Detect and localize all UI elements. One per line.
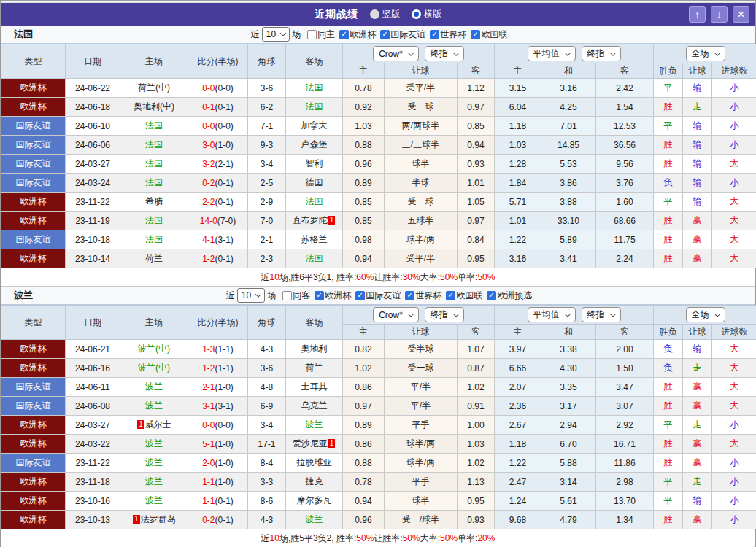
bookmaker-select[interactable]: Crow* xyxy=(373,46,419,61)
result-wdl-cell: 胜 xyxy=(654,249,683,268)
home-team-cell: 奥地利(中) xyxy=(120,98,188,117)
handicap-line-cell: 平/半 xyxy=(385,378,458,397)
result-handicap-cell: 赢 xyxy=(683,378,712,397)
summary-segment: 30% xyxy=(403,272,420,282)
result-goals-cell: 小 xyxy=(712,117,756,136)
league-checkbox[interactable]: ✓欧国联 xyxy=(471,28,507,41)
average-stage-select[interactable]: 终指 xyxy=(582,307,621,322)
score-cell: 0-1(0-1) xyxy=(188,98,248,117)
league-checkbox[interactable]: ✓欧洲预选 xyxy=(487,290,532,302)
league-checkbox[interactable]: ✓欧国联 xyxy=(446,290,482,302)
league-checkbox[interactable]: ✓国际友谊 xyxy=(380,28,425,41)
corners-cell: 7-1 xyxy=(248,117,286,136)
match-date-cell: 24-06-16 xyxy=(66,359,120,378)
result-handicap-cell: 输 xyxy=(683,340,712,359)
match-count-select[interactable]: 10 xyxy=(262,27,290,42)
score-cell: 0-2(0-1) xyxy=(188,174,248,193)
avg-home-odds-cell: 1.03 xyxy=(495,136,541,155)
table-row: 国际友谊 23-10-18 法国 4-1(3-1) 2-1 苏格兰 0.98 球… xyxy=(1,230,756,249)
match-type-cell: 国际友谊 xyxy=(1,454,66,473)
layout-vertical-label: 竖版 xyxy=(382,8,400,20)
home-team-name: 波兰(中) xyxy=(138,362,170,373)
handicap-line-cell: 受一球 xyxy=(385,359,458,378)
home-team-cell: 法国 xyxy=(120,230,188,249)
average-select[interactable]: 平均值 xyxy=(528,307,576,322)
match-type-cell: 国际友谊 xyxy=(1,230,66,249)
same-venue-checkbox[interactable]: 同主 xyxy=(307,28,335,41)
recent-label: 近 xyxy=(226,290,235,302)
avg-draw-odds-cell: 2.94 xyxy=(541,416,596,435)
home-team-name: 波兰 xyxy=(145,381,163,392)
fulltime-select[interactable]: 全场 xyxy=(686,307,725,322)
avg-draw-odds-cell: 3.17 xyxy=(541,397,596,416)
chevron-down-icon xyxy=(564,50,570,55)
odds-home-cell: 1.03 xyxy=(343,117,385,136)
layout-horizontal-radio[interactable]: 横版 xyxy=(412,8,441,20)
odds-stage-select[interactable]: 终指 xyxy=(425,307,464,322)
match-type-cell: 国际友谊 xyxy=(1,117,66,136)
odds-away-cell: 1.02 xyxy=(458,378,495,397)
close-button[interactable]: × xyxy=(733,6,749,23)
average-stage-select[interactable]: 终指 xyxy=(582,46,621,61)
result-handicap-cell: 输 xyxy=(683,136,712,155)
home-team-name: 波兰 xyxy=(145,400,163,411)
summary-segment: 50% xyxy=(403,533,420,543)
same-venue-label: 同主 xyxy=(317,28,335,41)
match-type-cell: 国际友谊 xyxy=(1,397,66,416)
avg-home-odds-cell: 6.04 xyxy=(495,98,541,117)
league-checkbox[interactable]: ✓世界杯 xyxy=(405,290,441,302)
summary-segment: 60% xyxy=(356,272,374,282)
fulltime-select[interactable]: 全场 xyxy=(686,46,725,61)
away-team-name: 德国 xyxy=(306,177,323,187)
chevron-down-icon xyxy=(280,30,286,36)
match-type-cell: 欧洲杯 xyxy=(1,359,66,378)
match-date-cell: 24-06-06 xyxy=(66,136,120,155)
league-checkbox[interactable]: ✓国际友谊 xyxy=(355,290,401,302)
header-home: 主场 xyxy=(120,44,188,79)
header-result-goals: 进球数 xyxy=(712,63,756,79)
move-down-button[interactable]: ↓ xyxy=(711,6,728,23)
handicap-line-cell: 球半 xyxy=(385,492,458,511)
chevron-down-icon xyxy=(255,291,261,297)
same-venue-checkbox[interactable]: 同客 xyxy=(282,290,310,302)
odds-stage-select[interactable]: 终指 xyxy=(425,46,464,61)
handicap-line-cell: 球半/两 xyxy=(385,435,458,454)
league-checkbox[interactable]: ✓欧洲杯 xyxy=(315,290,351,302)
match-type-cell: 欧洲杯 xyxy=(1,249,66,268)
score-cell: 0-0(0-0) xyxy=(188,79,248,98)
bookmaker-select[interactable]: Crow* xyxy=(373,307,419,322)
league-checkbox[interactable]: ✓世界杯 xyxy=(430,28,466,41)
home-team-name: 法国 xyxy=(145,234,163,244)
avg-away-odds-cell: 9.56 xyxy=(596,155,654,174)
avg-home-odds-cell: 1.24 xyxy=(495,492,541,511)
result-goals-cell: 小 xyxy=(712,79,756,98)
odds-away-cell: 1.05 xyxy=(458,193,495,212)
league-checkbox[interactable]: ✓欧洲杯 xyxy=(339,28,376,41)
header-result-wdl: 胜负 xyxy=(654,63,683,79)
away-team-cell: 法国 xyxy=(286,79,343,98)
odds-home-cell: 0.86 xyxy=(343,378,385,397)
home-team-name: 波兰 xyxy=(145,438,163,449)
home-team-cell: 波兰 xyxy=(120,378,188,397)
table-row: 欧洲杯 24-03-22 波兰 5-1(1-0) 17-1 爱沙尼亚1 0.86… xyxy=(1,435,756,454)
layout-vertical-radio[interactable]: 竖版 xyxy=(370,8,400,20)
fulltime-dropdown-cell: 全场 xyxy=(654,306,756,325)
header-type: 类型 xyxy=(1,306,66,340)
match-count-select[interactable]: 10 xyxy=(237,288,265,303)
match-date-cell: 23-11-19 xyxy=(66,212,120,230)
average-select[interactable]: 平均值 xyxy=(528,46,576,61)
away-team-name: 法国 xyxy=(306,196,323,206)
away-team-name: 卢森堡 xyxy=(301,139,328,150)
avg-away-odds-cell: 2.42 xyxy=(596,79,654,98)
avg-away-odds-cell: 1.54 xyxy=(596,98,654,117)
away-team-cell: 苏格兰 xyxy=(286,230,343,249)
checkbox-checked-icon: ✓ xyxy=(339,30,349,39)
away-team-cell: 法国 xyxy=(286,193,343,212)
score-cell: 3-1(3-1) xyxy=(188,397,248,416)
bookmaker-select-value: Crow* xyxy=(379,49,403,59)
home-team-name: 波兰 xyxy=(145,495,163,505)
halftime-score: (1-1) xyxy=(215,344,234,354)
layout-radio-group: 竖版 横版 xyxy=(370,8,441,20)
move-up-button[interactable]: ↑ xyxy=(689,6,706,23)
checkbox-checked-icon: ✓ xyxy=(355,291,365,300)
